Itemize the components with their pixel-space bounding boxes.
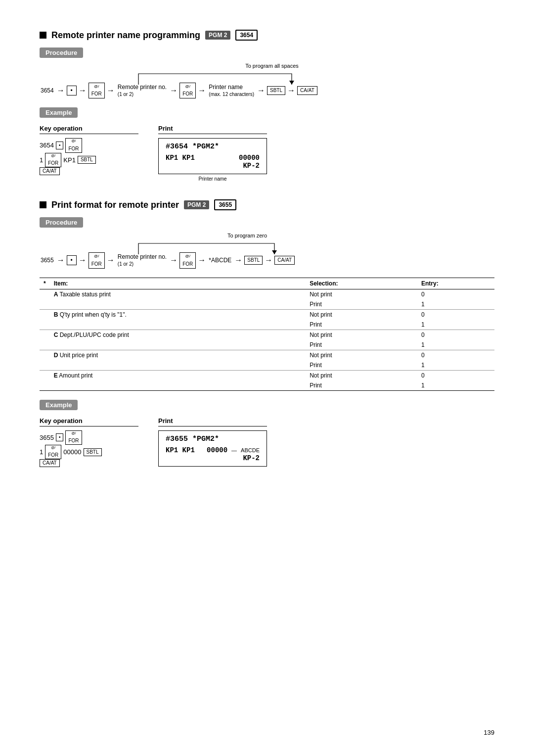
table-row: Print1 [40, 340, 494, 350]
flow2-printer-no: Remote printer no.(1 or 2) [118, 253, 167, 267]
col-entry-header: Entry: [417, 278, 494, 289]
flow-arrow5: → [198, 86, 206, 95]
flow2-arrow4: → [170, 256, 178, 265]
key-dot1: • [56, 142, 64, 149]
table-cell-entry: 0 [417, 370, 494, 380]
section2-keyop-line3: CA/AT [40, 459, 138, 467]
flow-arrow7: → [287, 86, 295, 95]
table-cell-letter: E Amount print [50, 370, 306, 380]
table-row: Print1 [40, 380, 494, 391]
section2-print-header: Print [158, 417, 267, 426]
table-cell-letter [50, 320, 306, 330]
flow2-arrow7: → [265, 256, 272, 265]
table-row: Print1 [40, 299, 494, 310]
table-cell-selection: Print [306, 320, 417, 330]
flow-printer-name: Printer name(max. 12 characters) [209, 84, 254, 97]
section1-procedure-label: Procedure [40, 47, 83, 58]
section2-receipt-00000: 00000 [207, 446, 227, 454]
section1-badge2: 3654 [235, 30, 258, 41]
table-cell-selection: Print [306, 380, 417, 391]
section1-receipt-line1: #3654 *PGM2* [166, 142, 260, 151]
section2-title: Print format for remote printer PGM 2 36… [40, 199, 494, 210]
table-cell-letter: D Unit price print [50, 350, 306, 360]
section1-flow-row: 3654 → • → @/FOR → Remote printer no.(1 … [40, 83, 494, 98]
table-cell-selection: Not print [306, 309, 417, 320]
table-cell-letter: A Taxable status print [50, 289, 306, 299]
section1-print-col: Print #3654 *PGM2* KP1 KP1 00000 KP-2 Pr… [158, 125, 267, 182]
flow-for2: @/FOR [179, 83, 196, 98]
key-for2: @/FOR [45, 153, 61, 167]
section2-badge2: 3655 [214, 199, 236, 210]
section2-procedure-label: Procedure [40, 217, 83, 228]
section1-key-op-header: Key operation [40, 125, 138, 134]
table-cell-letter [50, 299, 306, 310]
flow2-abcde: *ABCDE [209, 257, 231, 264]
section2-example-columns: Key operation 3655 • @/FOR 1 @/FOR 00000… [40, 417, 494, 468]
table-cell-selection: Print [306, 360, 417, 371]
table-cell-star [40, 340, 50, 350]
table-cell-letter [50, 380, 306, 391]
page-number: 139 [484, 729, 494, 736]
section2-badge1: PGM 2 [184, 200, 209, 209]
flow2-arrow3: → [107, 256, 115, 265]
section1-receipt-kp1: KP1 KP1 [166, 154, 195, 162]
table-row: Print1 [40, 360, 494, 371]
key2-for2: @/FOR [45, 445, 61, 459]
black-square-icon2 [40, 201, 46, 208]
table-cell-entry: 0 [417, 330, 494, 340]
table-cell-star [40, 360, 50, 371]
section2-receipt-line2: KP1 KP1 00000 — ABCDE [166, 446, 260, 454]
table-cell-selection: Not print [306, 330, 417, 340]
table-row: D Unit price printNot print0 [40, 350, 494, 360]
table-cell-selection: Print [306, 340, 417, 350]
section1-flow: To program all spaces 3654 → • → @/FOR →… [40, 63, 494, 98]
col-item-header: Item: [50, 278, 306, 289]
flow-printer-no: Remote printer no.(1 or 2) [118, 84, 167, 97]
flow-arrow6: → [257, 86, 265, 95]
table-cell-entry: 1 [417, 380, 494, 391]
section1: Remote printer name programming PGM 2 36… [40, 30, 494, 182]
table-row: Print1 [40, 320, 494, 330]
flow2-arrow5: → [198, 256, 206, 265]
table-cell-letter: B Q'ty print when q'ty is "1". [50, 309, 306, 320]
table-row: B Q'ty print when q'ty is "1".Not print0 [40, 309, 494, 320]
table-cell-letter [50, 340, 306, 350]
section1-receipt-note: Printer name [158, 176, 267, 182]
section2-receipt-kp2: KP-2 [166, 454, 260, 462]
flow-3654: 3654 [41, 87, 54, 94]
col-star: * [40, 278, 50, 289]
table-cell-selection: Not print [306, 289, 417, 299]
flow2-for1: @/FOR [89, 252, 105, 268]
flow-caat1: CA/AT [297, 86, 317, 95]
black-square-icon [40, 32, 46, 39]
table-row: A Taxable status printNot print0 [40, 289, 494, 299]
table-cell-star [40, 299, 50, 310]
flow2-for2: @/FOR [179, 252, 196, 268]
key2-caat: CA/AT [40, 459, 60, 467]
table-cell-entry: 1 [417, 320, 494, 330]
section2-receipt-line1: #3655 *PGM2* [166, 435, 260, 443]
section1-branch-label: To program all spaces [208, 63, 336, 69]
table-cell-letter [50, 360, 306, 371]
section2-keyop-line2: 1 @/FOR 00000 SBTL [40, 445, 138, 459]
section2-branch-label: To program zero [198, 233, 297, 238]
section1-keyop-line2: 1 @/FOR KP1 SBTL [40, 153, 138, 167]
section2-receipt-kp1: KP1 KP1 [166, 446, 195, 454]
table-cell-selection: Not print [306, 370, 417, 380]
section2: Print format for remote printer PGM 2 36… [40, 199, 494, 467]
section1-receipt-line2: KP1 KP1 00000 [166, 154, 260, 162]
flow-dot: • [67, 86, 77, 95]
flow2-arrow1: → [57, 256, 65, 265]
section2-abcde: ABCDE [241, 447, 260, 453]
table-cell-entry: 1 [417, 360, 494, 371]
section1-title-text: Remote printer name programming [51, 30, 200, 41]
flow-for1: @/FOR [89, 83, 105, 98]
key-sbtl1: SBTL [78, 156, 96, 164]
flow2-sbtl: SBTL [244, 256, 263, 265]
table-cell-entry: 1 [417, 299, 494, 310]
table-row: C Dept./PLU/UPC code printNot print0 [40, 330, 494, 340]
flow-arrow3: → [107, 86, 115, 95]
section2-items-table: * Item: Selection: Entry: A Taxable stat… [40, 278, 494, 391]
flow2-arrow2: → [79, 256, 87, 265]
table-cell-star [40, 309, 50, 320]
